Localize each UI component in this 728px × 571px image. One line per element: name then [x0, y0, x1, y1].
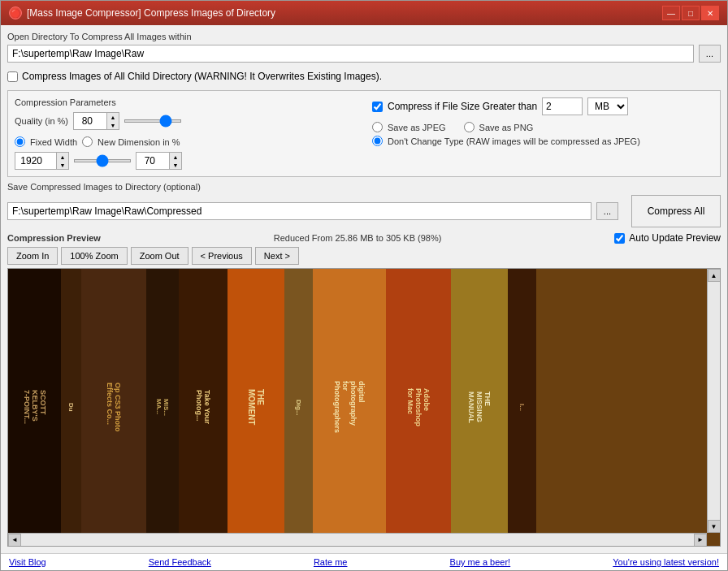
book-spine-4: MIS...MA...: [146, 269, 179, 546]
scroll-track-horizontal[interactable]: [21, 534, 694, 546]
params-two-col: Compression Parameters Quality (in %) ▲ …: [15, 97, 713, 170]
preview-right: Auto Update Preview: [614, 232, 721, 244]
child-dir-row: Compress Images of All Child Directory (…: [7, 71, 721, 82]
quality-label: Quality (in %): [15, 116, 68, 126]
previous-button[interactable]: < Previous: [192, 247, 252, 265]
horizontal-scrollbar: ◄ ►: [8, 533, 707, 546]
dimension-slider[interactable]: [74, 159, 131, 162]
width-spinner-group: ▲ ▼: [15, 152, 69, 170]
save-type-row-1: Save as JPEG Save as PNG: [372, 122, 713, 132]
window-controls: — □ ✕: [662, 6, 719, 20]
preview-info: Reduced From 25.86 MB to 305 KB (98%): [274, 233, 442, 243]
scroll-right-arrow[interactable]: ►: [694, 534, 707, 547]
next-button[interactable]: Next >: [255, 247, 299, 265]
book-spine-7: Dig...: [284, 269, 313, 546]
unit-select[interactable]: MB KB GB: [587, 97, 628, 115]
auto-update-checkbox[interactable]: [614, 233, 625, 244]
scroll-left-arrow[interactable]: ◄: [8, 534, 21, 547]
quality-spin-buttons: ▲ ▼: [106, 113, 119, 129]
latest-version-link[interactable]: You're using latest version!: [613, 557, 719, 567]
preview-image-container: SCOTTKELBY'S7-POINT... Du Op CS3 PhotoEf…: [7, 268, 721, 547]
open-dir-section: Open Directory To Compress All Images wi…: [7, 32, 721, 63]
quality-row: Quality (in %) ▲ ▼: [15, 112, 356, 130]
quality-slider[interactable]: [124, 119, 181, 123]
book-spine-5: Take YourPhotog...: [179, 269, 228, 546]
close-button[interactable]: ✕: [701, 6, 719, 20]
book-spines-overlay: SCOTTKELBY'S7-POINT... Du Op CS3 PhotoEf…: [8, 269, 720, 546]
book-spine-8: digitalphotographyforPhotographers: [313, 269, 386, 546]
compress-size-input[interactable]: [542, 97, 583, 115]
quality-spin-down[interactable]: ▼: [107, 121, 119, 129]
main-window: 🔴 [Mass Image Compressor] Compress Image…: [0, 0, 728, 571]
save-png-radio[interactable]: [464, 122, 474, 132]
params-left-col: Compression Parameters Quality (in %) ▲ …: [15, 97, 356, 170]
rate-me-link[interactable]: Rate me: [314, 557, 348, 567]
send-feedback-link[interactable]: Send Feedback: [149, 557, 211, 567]
save-dir-row: ... Compress All: [7, 195, 721, 227]
preview-title: Compression Preview: [7, 233, 101, 243]
params-section: Compression Parameters Quality (in %) ▲ …: [7, 90, 721, 177]
minimize-button[interactable]: —: [662, 6, 680, 20]
window-title: [Mass Image Compressor] Compress Images …: [27, 7, 275, 19]
percentage-spin-up[interactable]: ▲: [170, 153, 181, 161]
book-spine-6: THEMOMENT: [228, 269, 284, 546]
percentage-spinner-group: ▲ ▼: [136, 152, 182, 170]
compress-size-label: Compress if File Size Greater than: [388, 101, 537, 112]
fixed-width-label: Fixed Width: [30, 137, 77, 147]
save-jpeg-radio[interactable]: [372, 122, 383, 132]
save-type-row-2: Don't Change Type (RAW images will be co…: [372, 136, 713, 146]
save-raw-radio[interactable]: [372, 136, 383, 146]
quality-spinner-group: ▲ ▼: [73, 112, 119, 130]
maximize-button[interactable]: □: [682, 6, 700, 20]
save-dir-section: Save Compressed Images to Directory (opt…: [7, 182, 721, 227]
vertical-scrollbar: ▲ ▼: [707, 269, 720, 533]
save-dir-label: Save Compressed Images to Directory (opt…: [7, 182, 721, 192]
buy-beer-link[interactable]: Buy me a beer!: [450, 557, 511, 567]
width-input[interactable]: [15, 153, 56, 169]
save-png-label: Save as PNG: [479, 123, 534, 132]
compress-all-button[interactable]: Compress All: [631, 195, 721, 227]
percentage-input[interactable]: [136, 153, 169, 169]
open-dir-input[interactable]: [7, 45, 694, 63]
params-right-col: Compress if File Size Greater than MB KB…: [372, 97, 713, 170]
preview-header: Compression Preview Reduced From 25.86 M…: [7, 232, 721, 244]
scroll-track-vertical[interactable]: [708, 282, 720, 520]
title-bar: 🔴 [Mass Image Compressor] Compress Image…: [1, 1, 727, 25]
save-dir-browse-button[interactable]: ...: [596, 202, 618, 220]
new-dimension-label: New Dimension in %: [98, 137, 180, 147]
book-spine-2: Du: [61, 269, 81, 546]
footer: Visit Blog Send Feedback Rate me Buy me …: [1, 553, 727, 570]
preview-controls: Zoom In 100% Zoom Zoom Out < Previous Ne…: [7, 247, 721, 265]
quality-input[interactable]: [74, 113, 106, 129]
child-dir-label: Compress Images of All Child Directory (…: [22, 71, 382, 82]
resize-type-row: Fixed Width New Dimension in %: [15, 136, 356, 147]
compress-size-checkbox[interactable]: [372, 102, 383, 112]
zoom-out-button[interactable]: Zoom Out: [131, 247, 188, 265]
visit-blog-link[interactable]: Visit Blog: [9, 557, 46, 567]
width-spin-up[interactable]: ▲: [57, 153, 68, 161]
save-jpeg-label: Save as JPEG: [388, 123, 446, 132]
percentage-spin-down[interactable]: ▼: [170, 161, 181, 169]
scroll-down-arrow[interactable]: ▼: [708, 520, 721, 533]
open-dir-browse-button[interactable]: ...: [699, 45, 721, 63]
quality-spin-up[interactable]: ▲: [107, 113, 119, 121]
child-dir-checkbox[interactable]: [7, 71, 18, 82]
width-spin-down[interactable]: ▼: [57, 161, 68, 169]
preview-section: Compression Preview Reduced From 25.86 M…: [7, 232, 721, 547]
zoom-in-button[interactable]: Zoom In: [7, 247, 58, 265]
auto-update-label: Auto Update Preview: [629, 232, 721, 244]
fixed-width-radio[interactable]: [15, 136, 25, 147]
title-bar-left: 🔴 [Mass Image Compressor] Compress Image…: [9, 6, 275, 19]
app-icon: 🔴: [9, 6, 22, 19]
save-dir-input[interactable]: [7, 202, 592, 220]
book-spine-3: Op CS3 PhotoEffects Co...: [81, 269, 146, 546]
new-dimension-radio[interactable]: [82, 136, 93, 147]
zoom-100-button[interactable]: 100% Zoom: [61, 247, 127, 265]
book-spine-11: I...: [508, 269, 536, 546]
params-title: Compression Parameters: [15, 97, 356, 107]
width-spin-buttons: ▲ ▼: [56, 153, 68, 169]
compress-size-row: Compress if File Size Greater than MB KB…: [372, 97, 713, 115]
scroll-up-arrow[interactable]: ▲: [708, 269, 721, 282]
book-spine-10: THEMISSINGMANUAL: [451, 269, 508, 546]
open-dir-row: ...: [7, 45, 721, 63]
